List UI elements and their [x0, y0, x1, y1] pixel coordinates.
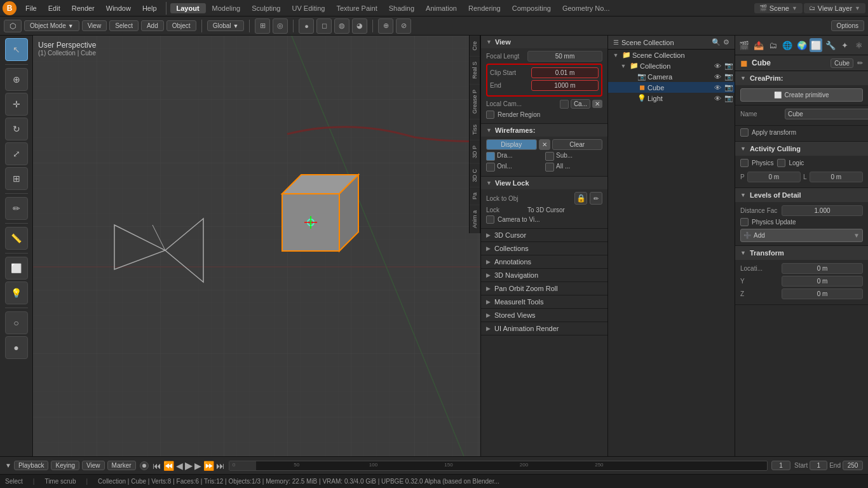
logic-cb[interactable] [777, 159, 785, 167]
timeline-scrub[interactable]: 0 50 100 150 200 250 [229, 461, 768, 471]
object-edit-icon[interactable]: ✏ [857, 59, 863, 67]
prev-frame-btn[interactable]: ◀ [176, 461, 183, 471]
menu-window[interactable]: Window [101, 3, 136, 13]
tool-select[interactable]: ↖ [5, 38, 28, 61]
wireframe-clear-btn[interactable]: Clear [552, 139, 603, 150]
output-props-icon[interactable]: 📤 [752, 38, 766, 52]
render-props-icon[interactable]: 🎬 [738, 38, 751, 52]
add-dropdown-icon[interactable]: ▼ [853, 232, 860, 239]
view-menu[interactable]: View [82, 20, 107, 31]
select-menu[interactable]: Select [109, 20, 139, 31]
play-btn[interactable]: ▶ [185, 459, 193, 471]
lock-to-obj-edit[interactable]: ✏ [590, 192, 602, 205]
object-name-input[interactable]: Cube [831, 58, 853, 68]
ui-anim-collapse[interactable]: ▶ UI Animation Render [481, 322, 607, 336]
collection-vis-icon[interactable]: 👁 [712, 62, 723, 70]
pan-orbit-collapse[interactable]: ▶ Pan Orbit Zoom Roll [481, 282, 607, 295]
options-menu[interactable]: Options [831, 20, 864, 31]
lod-header[interactable]: ▼ Levels of Detail [735, 188, 868, 202]
clip-start-input[interactable]: 0.01 m [531, 67, 599, 78]
tool-move[interactable]: ✛ [5, 93, 28, 116]
name-input[interactable] [785, 109, 868, 119]
tool-annotate[interactable]: ✏ [5, 197, 28, 220]
outliner-search-icon[interactable]: 🔍 [712, 38, 721, 46]
marker-btn[interactable]: Marker [107, 461, 136, 470]
jump-end-btn[interactable]: ⏭ [216, 461, 225, 471]
workspace-sculpting[interactable]: Sculpting [247, 3, 285, 13]
menu-render[interactable]: Render [67, 3, 100, 13]
workspace-animation[interactable]: Animation [421, 3, 462, 13]
camera-render-icon[interactable]: 📷 [723, 72, 735, 81]
scene-collection-item[interactable]: ▼ 📁 Scene Collection [608, 50, 735, 60]
3d-c-tab[interactable]: 3D C [470, 163, 480, 187]
particle-props-icon[interactable]: ✦ [838, 38, 851, 52]
anim-a-tab[interactable]: Anim a [470, 205, 480, 233]
wireframe-close-btn[interactable]: ✕ [539, 139, 550, 150]
location-y-input[interactable]: 0 m [782, 276, 863, 287]
tiss-tab[interactable]: Tiss [470, 119, 480, 140]
collections-collapse[interactable]: ▶ Collections [481, 242, 607, 255]
focal-length-input[interactable]: 50 mm [527, 51, 602, 62]
menu-file[interactable]: File [20, 3, 42, 13]
create-primitive-btn[interactable]: ⬜ Create primitive [740, 88, 863, 102]
tool-measure[interactable]: 📏 [5, 227, 28, 250]
outliner-filter-icon[interactable]: ⚙ [723, 38, 729, 46]
viewport-shading-solid[interactable]: ● [299, 18, 314, 34]
draw-cb[interactable] [486, 152, 495, 161]
viewport-shading-material[interactable]: ◍ [334, 18, 349, 34]
prev-keyframe-btn[interactable]: ⏪ [163, 461, 174, 471]
object-menu[interactable]: Object [166, 20, 196, 31]
world-props-icon[interactable]: 🌍 [795, 38, 808, 52]
scene-props-icon[interactable]: 🌐 [781, 38, 794, 52]
workspace-compositing[interactable]: Compositing [507, 3, 556, 13]
camera-to-view-cb[interactable] [486, 215, 494, 224]
wireframes-header[interactable]: ▼ Wireframes: [481, 124, 607, 137]
xray-toggle[interactable]: ⊘ [396, 18, 411, 34]
light-vis-icon[interactable]: 👁 [712, 95, 723, 102]
collection-item[interactable]: ▼ 📁 Collection 👁 📷 [608, 60, 735, 71]
add-lod-btn[interactable]: ➕ Add ▼ [740, 229, 863, 242]
next-frame-btn[interactable]: ▶ [194, 461, 201, 471]
real-s-tab[interactable]: Real S [470, 56, 480, 84]
3d-nav-collapse[interactable]: ▶ 3D Navigation [481, 269, 607, 282]
lock-to-obj-icon[interactable]: 🔒 [574, 192, 587, 205]
location-z-input[interactable]: 0 m [782, 288, 863, 299]
location-x-input[interactable]: 0 m [782, 263, 863, 274]
modifier-props-icon[interactable]: 🔧 [824, 38, 837, 52]
tool-scale[interactable]: ⤢ [5, 142, 28, 165]
measure-tools-collapse[interactable]: ▶ MeasureIt Tools [481, 295, 607, 309]
add-menu[interactable]: Add [141, 20, 164, 31]
view-btn[interactable]: View [82, 461, 105, 470]
keying-btn[interactable]: Keying [51, 461, 79, 470]
menu-help[interactable]: Help [137, 3, 162, 13]
p-value[interactable]: 0 m [747, 172, 801, 182]
pa-tab[interactable]: Pa [470, 187, 480, 205]
snap-toggle[interactable]: ⊞ [255, 18, 270, 34]
current-frame-display[interactable]: 1 [771, 461, 790, 470]
tool-transform[interactable]: ⊞ [5, 167, 28, 190]
cube-vis-icon[interactable]: 👁 [712, 84, 723, 92]
light-render-icon[interactable]: 📷 [723, 94, 735, 102]
tool-grease[interactable]: ○ [5, 311, 28, 334]
stored-views-collapse[interactable]: ▶ Stored Views [481, 309, 607, 322]
activity-culling-header[interactable]: ▼ Activity Culling [735, 142, 868, 156]
workspace-texture-paint[interactable]: Texture Paint [331, 3, 382, 13]
apply-transform-cb[interactable] [740, 128, 749, 137]
mode-selector[interactable]: Object Mode ▼ [24, 20, 79, 31]
camera-vis-icon[interactable]: 👁 [712, 73, 723, 81]
proportional-edit[interactable]: ◎ [273, 18, 288, 34]
local-cam-close[interactable]: ✕ [592, 100, 602, 108]
collection-render-icon[interactable]: 📷 [723, 62, 735, 70]
distance-fac-input[interactable]: 1.000 [782, 205, 863, 216]
tool-cursor[interactable]: ⊕ [5, 68, 28, 91]
workspace-shading[interactable]: Shading [384, 3, 419, 13]
grease-p-tab[interactable]: Grease P [470, 84, 480, 119]
physics-props-icon[interactable]: ⚛ [853, 38, 866, 52]
viewport-shading-rendered[interactable]: ◕ [352, 18, 367, 34]
all-cb[interactable] [545, 163, 554, 172]
timeline-dropdown-icon[interactable]: ▼ [5, 462, 11, 469]
local-cam-input[interactable]: Ca... [571, 99, 590, 109]
collection-expand[interactable]: ▼ [618, 63, 628, 69]
workspace-geometry-nodes[interactable]: Geometry No... [557, 3, 615, 13]
annotations-collapse[interactable]: ▶ Annotations [481, 255, 607, 269]
